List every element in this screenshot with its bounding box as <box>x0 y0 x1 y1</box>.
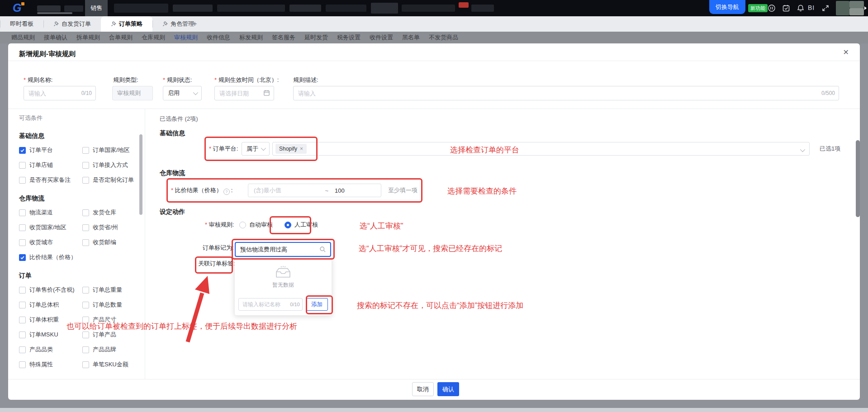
topbar-product-tab[interactable]: 销售 <box>85 0 108 16</box>
modal-scrollbar[interactable] <box>856 140 860 217</box>
rule-effective-input[interactable] <box>214 86 274 100</box>
checkbox-icon <box>19 239 26 246</box>
redacted-block <box>371 3 398 14</box>
condition-checkbox[interactable]: 收货省/州 <box>82 223 148 232</box>
new-feature-badge[interactable]: 新功能 <box>748 4 768 12</box>
rule-subnav-item[interactable]: 不发货商品 <box>429 33 458 42</box>
condition-checkbox[interactable]: 订单总体积 <box>19 300 82 309</box>
order-mark-input[interactable] <box>236 243 330 256</box>
rule-effective-field <box>214 86 274 100</box>
condition-checkbox[interactable]: 收货国家/地区 <box>19 223 82 232</box>
bell-icon[interactable] <box>797 4 805 12</box>
platform-tag: Shopify × <box>275 144 307 154</box>
condition-checkbox[interactable]: 订单售价(不含税) <box>19 285 82 294</box>
condition-checkbox[interactable]: 发货仓库 <box>82 208 148 217</box>
rule-desc-label: 规则描述: <box>293 76 318 84</box>
price-range-input[interactable]: (含)最小值 ~ 100 <box>248 184 381 197</box>
condition-label: 是否有买家备注 <box>29 176 71 184</box>
condition-label: 收货城市 <box>29 238 53 246</box>
expand-icon[interactable] <box>821 4 830 12</box>
price-compare-label: 比价结果（价格）?: <box>171 184 232 197</box>
rule-subnav-item[interactable]: 税务设置 <box>337 33 360 42</box>
pin-icon <box>111 21 116 27</box>
condition-checkbox[interactable]: 订单体积重 <box>19 315 82 324</box>
rule-subnav-item[interactable]: 接单确认 <box>44 33 67 42</box>
condition-checkbox[interactable]: 物流渠道 <box>19 208 82 217</box>
checkbox-icon <box>19 287 26 294</box>
radio-manual-audit[interactable]: 人工审核 <box>285 221 318 229</box>
info-icon[interactable]: ? <box>223 189 230 195</box>
condition-label: 收货省/州 <box>93 223 118 232</box>
condition-checkbox[interactable]: 收货城市 <box>19 238 82 247</box>
close-icon[interactable]: ✕ <box>843 48 849 57</box>
condition-checkbox[interactable]: 订单接入方式 <box>82 161 148 170</box>
condition-checkbox[interactable]: 订单总重量 <box>82 285 148 294</box>
condition-checkbox[interactable]: 订单总数量 <box>82 300 148 309</box>
platform-operator-select[interactable]: 属于 <box>242 142 270 156</box>
rule-type-label: 规则类型: <box>113 76 138 84</box>
pause-circle-icon[interactable] <box>768 4 776 12</box>
checkbox-icon <box>19 331 26 338</box>
checkbox-icon <box>82 361 89 368</box>
order-mark-label: 订单标记为: <box>203 241 234 255</box>
rule-subnav-item[interactable]: 收件设置 <box>370 33 393 42</box>
confirm-button[interactable]: 确认 <box>437 382 459 396</box>
tag-dropdown: 暂无数据 0/10 添加 <box>234 257 332 316</box>
platform-multiselect[interactable]: Shopify × <box>272 142 810 156</box>
cancel-button[interactable]: 取消 <box>412 382 434 396</box>
condition-checkbox[interactable]: 单笔SKU金额 <box>82 360 148 369</box>
condition-checkbox[interactable]: 订单平台 <box>19 146 82 155</box>
rule-subnav-item[interactable]: 标发规则 <box>239 33 263 42</box>
redacted-block <box>217 5 285 12</box>
avatar[interactable] <box>836 1 864 15</box>
rule-subnav-item[interactable]: 赠品规则 <box>11 33 35 42</box>
rule-name-input[interactable] <box>24 86 96 100</box>
rule-name-field: 0/10 <box>24 86 96 100</box>
bi-button[interactable]: BI <box>808 4 815 11</box>
rule-status-select[interactable]: 启用 <box>163 86 202 100</box>
add-tag-button[interactable]: 添加 <box>306 298 328 311</box>
rule-subnav-item[interactable]: 仓库规则 <box>142 33 165 42</box>
switch-nav-button[interactable]: 切换导航 <box>709 0 745 14</box>
rule-subnav-item[interactable]: 审核规则 <box>174 33 198 42</box>
condition-checkbox[interactable]: 产品品牌 <box>82 345 148 354</box>
checkbox-icon <box>82 224 89 231</box>
condition-checkbox[interactable]: 产品品类 <box>19 345 82 354</box>
rule-desc-input[interactable] <box>293 86 839 100</box>
condition-checkbox[interactable]: 比价结果（价格） <box>19 253 82 262</box>
condition-checkbox[interactable]: 是否定制化订单 <box>82 175 148 185</box>
condition-checkbox[interactable]: 收货邮编 <box>82 238 148 247</box>
condition-label: 订单MSKU <box>29 331 58 339</box>
tag-remove-icon[interactable]: × <box>300 146 303 152</box>
condition-checkbox[interactable]: 订单产品 <box>82 330 148 339</box>
workspace-tab[interactable]: 订单策略 <box>101 16 152 32</box>
workspace-tab[interactable]: 自发货订单 <box>43 16 101 32</box>
selected-conditions-title: 已选条件 (2项) <box>160 115 198 123</box>
rule-subnav-item[interactable]: 签名服务 <box>272 33 295 42</box>
condition-checkbox[interactable]: 是否有买家备注 <box>19 175 82 185</box>
checkbox-icon <box>19 209 26 216</box>
redacted-block <box>37 5 61 12</box>
condition-checkbox[interactable]: 产品尺寸 <box>82 315 148 324</box>
app-logo-icon[interactable]: G <box>13 1 21 14</box>
account-caret-icon[interactable] <box>864 6 867 10</box>
condition-label: 订单店铺 <box>29 161 53 169</box>
rule-subnav-item[interactable]: 延时发货 <box>304 33 328 42</box>
workspace-tab[interactable]: 即时看板 <box>0 16 43 32</box>
condition-checkbox[interactable]: 特殊属性 <box>19 360 82 369</box>
condition-checkbox[interactable]: 订单MSKU <box>19 330 82 339</box>
audit-radio-group: 自动审核 人工审核 <box>239 220 318 230</box>
checkbox-icon <box>19 162 26 169</box>
rule-subnav-item[interactable]: 收件信息 <box>207 33 230 42</box>
calendar-check-icon[interactable] <box>782 4 790 12</box>
price-min-placeholder: (含)最小值 <box>254 186 325 194</box>
rule-subnav-item[interactable]: 合单规则 <box>109 33 133 42</box>
rule-subnav-item[interactable]: 拆单规则 <box>76 33 100 42</box>
condition-label: 订单接入方式 <box>93 161 128 169</box>
rule-subnav-item[interactable]: 黑名单 <box>402 33 420 42</box>
condition-checkbox[interactable]: 订单店铺 <box>19 161 82 170</box>
add-tab-button[interactable]: + <box>185 16 205 32</box>
radio-auto-audit[interactable]: 自动审核 <box>239 221 273 229</box>
top-bar: G 销售 切换导航 新功能 BI <box>0 0 868 16</box>
condition-checkbox[interactable]: 订单国家/地区 <box>82 146 148 155</box>
